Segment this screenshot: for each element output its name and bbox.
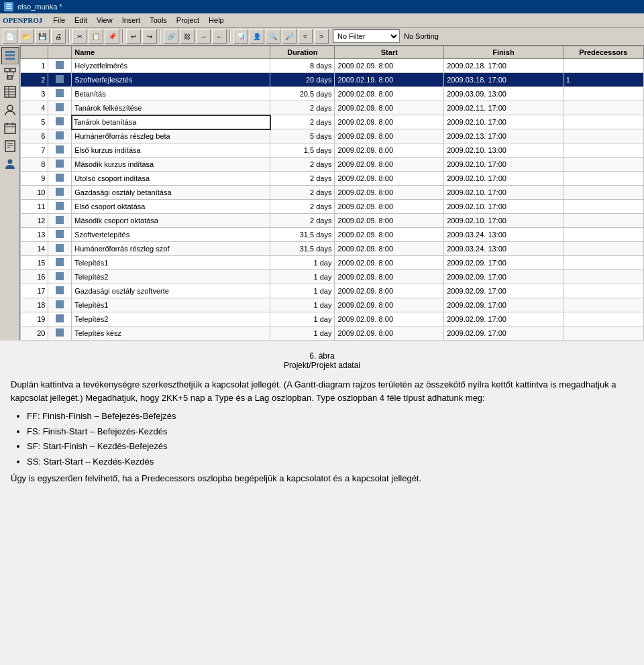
menu-edit[interactable]: Edit xyxy=(70,15,91,25)
menu-tools[interactable]: Tools xyxy=(146,15,171,25)
col-header-icon xyxy=(48,46,72,59)
cell-name[interactable]: Szoftverfejlesztés xyxy=(72,73,270,87)
cell-name[interactable]: Telepítés1 xyxy=(72,298,270,312)
table-row[interactable]: 17Gazdasági osztály szoftverte1 day2009.… xyxy=(21,284,644,298)
toolbar: 📄 📂 💾 🖨 ✂ 📋 📌 ↩ ↪ 🔗 ⛓ → ← 📊 👤 🔍 🔎 < > No… xyxy=(0,27,644,46)
copy-button[interactable]: 📋 xyxy=(89,29,103,44)
cell-row-icon xyxy=(48,256,72,270)
sidebar-resource-icon[interactable] xyxy=(1,101,19,119)
table-row[interactable]: 2Szoftverfejlesztés20 days2009.02.19. 8:… xyxy=(21,73,644,87)
table-row[interactable]: 16Telepítés21 day2009.02.09. 8:002009.02… xyxy=(21,270,644,284)
cell-name[interactable]: Második kurzus indítása xyxy=(72,158,270,172)
new-button[interactable]: 📄 xyxy=(3,29,17,44)
table-row[interactable]: 19Telepítés21 day2009.02.09. 8:002009.02… xyxy=(21,312,644,326)
cell-start: 2009.02.09. 8:00 xyxy=(335,312,444,326)
cell-name[interactable]: Tanárok felkészítése xyxy=(72,101,270,115)
menu-insert[interactable]: Insert xyxy=(118,15,145,25)
table-row[interactable]: 8Második kurzus indítása2 days2009.02.09… xyxy=(21,158,644,172)
sidebar-network-icon[interactable] xyxy=(1,65,19,82)
next-button[interactable]: > xyxy=(314,29,329,44)
table-row[interactable]: 4Tanárok felkészítése2 days2009.02.09. 8… xyxy=(21,101,644,115)
save-button[interactable]: 💾 xyxy=(35,29,50,44)
cell-predecessors xyxy=(563,59,643,73)
undo-button[interactable]: ↩ xyxy=(126,29,141,44)
cell-name[interactable]: Telepítés2 xyxy=(72,270,270,284)
table-row[interactable]: 15Telepítés11 day2009.02.09. 8:002009.02… xyxy=(21,256,644,270)
figure-title: Projekt/Projekt adatai xyxy=(0,361,644,370)
table-row[interactable]: 20Telepítés kész1 day2009.02.09. 8:00200… xyxy=(21,326,644,341)
cell-finish: 2009.02.11. 17:00 xyxy=(444,101,564,115)
svg-rect-43 xyxy=(56,328,64,337)
table-row[interactable]: 13Szoftvertelepítés31,5 days2009.02.09. … xyxy=(21,228,644,242)
col-header-predecessors[interactable]: Predecessors xyxy=(563,46,643,59)
open-button[interactable]: 📂 xyxy=(19,29,34,44)
menu-file[interactable]: File xyxy=(49,15,69,25)
resource-button[interactable]: 👤 xyxy=(250,29,264,44)
cell-row-icon xyxy=(48,242,72,256)
menu-project[interactable]: Project xyxy=(172,15,203,25)
cell-name[interactable]: Tanárok betanítása xyxy=(72,115,270,129)
table-row[interactable]: 9Utolsó csoport indítása2 days2009.02.09… xyxy=(21,172,644,186)
table-row[interactable]: 12Második csoport oktatása2 days2009.02.… xyxy=(21,214,644,228)
sidebar-calendar-icon[interactable] xyxy=(1,119,19,137)
table-row[interactable]: 1Helyzetfelmérés8 days2009.02.09. 8:0020… xyxy=(21,59,644,73)
cell-name[interactable]: Gazdasági osztály betanítása xyxy=(72,186,270,200)
link-button[interactable]: 🔗 xyxy=(164,29,178,44)
cell-duration: 1 day xyxy=(270,284,335,298)
menu-help[interactable]: Help xyxy=(205,15,228,25)
cell-name[interactable]: Szoftvertelepítés xyxy=(72,228,270,242)
indent-button[interactable]: → xyxy=(196,29,211,44)
cell-name[interactable]: Humánerőforrás részleg szof xyxy=(72,242,270,256)
sidebar-report-icon[interactable] xyxy=(1,137,19,155)
cell-predecessors: 1 xyxy=(563,73,643,87)
table-row[interactable]: 14Humánerőforrás részleg szof31,5 days20… xyxy=(21,242,644,256)
table-row[interactable]: 10Gazdasági osztály betanítása2 days2009… xyxy=(21,186,644,200)
cell-name[interactable]: Első csoport oktatása xyxy=(72,200,270,214)
bullet-item-ff: FF: Finish-Finish – Befejezés-Befejzés xyxy=(27,410,633,423)
redo-button[interactable]: ↪ xyxy=(142,29,157,44)
cell-id: 12 xyxy=(21,214,48,228)
cell-name[interactable]: Betanítás xyxy=(72,87,270,101)
menu-view[interactable]: View xyxy=(93,15,117,25)
cell-name[interactable]: Helyzetfelmérés xyxy=(72,59,270,73)
cell-name[interactable]: Második csoport oktatása xyxy=(72,214,270,228)
svg-rect-34 xyxy=(56,202,64,210)
gantt-table: Name Duration Start Finish Predecessors … xyxy=(20,46,644,341)
table-row[interactable]: 6Humánerőforrás részleg beta5 days2009.0… xyxy=(21,129,644,143)
col-header-finish[interactable]: Finish xyxy=(444,46,564,59)
print-button[interactable]: 🖨 xyxy=(51,29,66,44)
cell-name[interactable]: Gazdasági osztály szoftverte xyxy=(72,284,270,298)
zoom-in-button[interactable]: 🔍 xyxy=(266,29,280,44)
sidebar-table-icon[interactable] xyxy=(1,83,19,101)
col-header-duration[interactable]: Duration xyxy=(270,46,335,59)
outdent-button[interactable]: ← xyxy=(212,29,227,44)
filter-select[interactable]: No Filter xyxy=(333,29,400,43)
cell-row-icon xyxy=(48,129,72,143)
sidebar-person-icon[interactable] xyxy=(1,156,19,173)
table-row[interactable]: 18Telepítés11 day2009.02.09. 8:002009.02… xyxy=(21,298,644,312)
cell-name[interactable]: Humánerőforrás részleg beta xyxy=(72,129,270,143)
cell-finish: 2009.02.10. 17:00 xyxy=(444,186,564,200)
table-row[interactable]: 5Tanárok betanítása2 days2009.02.09. 8:0… xyxy=(21,115,644,129)
table-row[interactable]: 11Első csoport oktatása2 days2009.02.09.… xyxy=(21,200,644,214)
cell-id: 17 xyxy=(21,284,48,298)
svg-rect-32 xyxy=(56,174,64,182)
table-row[interactable]: 3Betanítás20,5 days2009.02.09. 8:002009.… xyxy=(21,87,644,101)
prev-button[interactable]: < xyxy=(298,29,313,44)
cell-finish: 2009.02.13. 17:00 xyxy=(444,129,564,143)
cell-name[interactable]: Telepítés kész xyxy=(72,326,270,341)
unlink-button[interactable]: ⛓ xyxy=(180,29,195,44)
sidebar-gantt-icon[interactable] xyxy=(1,47,19,64)
cell-name[interactable]: Első kurzus indítása xyxy=(72,143,270,158)
chart-button[interactable]: 📊 xyxy=(233,29,248,44)
table-row[interactable]: 7Első kurzus indítása1,5 days2009.02.09.… xyxy=(21,143,644,158)
paste-button[interactable]: 📌 xyxy=(105,29,119,44)
cut-button[interactable]: ✂ xyxy=(72,29,87,44)
cell-name[interactable]: Utolsó csoport indítása xyxy=(72,172,270,186)
col-header-start[interactable]: Start xyxy=(335,46,444,59)
cell-name[interactable]: Telepítés1 xyxy=(72,256,270,270)
cell-start: 2009.02.09. 8:00 xyxy=(335,326,444,341)
cell-name[interactable]: Telepítés2 xyxy=(72,312,270,326)
zoom-out-button[interactable]: 🔎 xyxy=(282,29,297,44)
col-header-name[interactable]: Name xyxy=(72,46,270,59)
